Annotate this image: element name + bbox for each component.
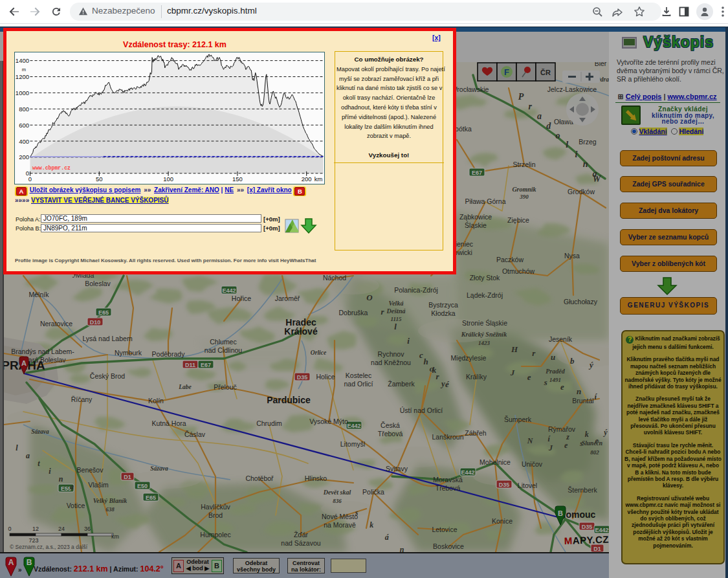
svg-text:1200: 1200 — [16, 73, 29, 80]
svg-text:m: m — [22, 67, 26, 72]
svg-text:1400: 1400 — [16, 57, 29, 64]
svg-text:150: 150 — [232, 175, 243, 183]
svg-text:800: 800 — [19, 106, 29, 113]
svg-text:1000: 1000 — [16, 89, 29, 96]
svg-text:www.cbpmr.cz: www.cbpmr.cz — [32, 165, 71, 171]
svg-text:200: 200 — [19, 153, 29, 161]
svg-text:100: 100 — [163, 175, 173, 183]
svg-text:50: 50 — [96, 175, 103, 183]
svg-text:400: 400 — [19, 138, 29, 145]
svg-text:0: 0 — [28, 175, 32, 183]
svg-text:200: 200 — [302, 175, 312, 183]
svg-text:600: 600 — [19, 122, 29, 129]
svg-text:km: km — [314, 175, 323, 183]
